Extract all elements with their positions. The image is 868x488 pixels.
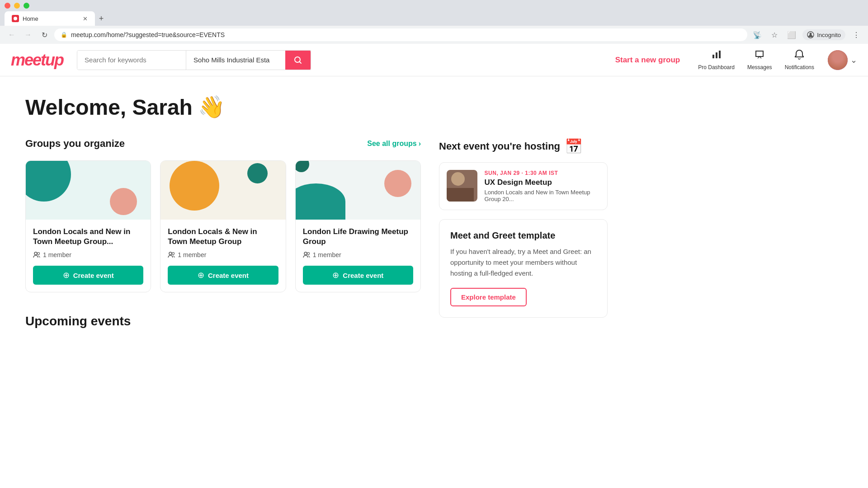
group-artwork-3 [296, 161, 420, 220]
nav-icons: Pro Dashboard Messages [698, 49, 814, 70]
see-all-groups-link[interactable]: See all groups › [367, 140, 421, 148]
cast-btn[interactable]: 📡 [751, 28, 764, 41]
event-thumbnail [447, 170, 477, 202]
plus-icon-2: ⊕ [198, 270, 204, 280]
close-window-btn[interactable] [5, 3, 10, 9]
new-tab-btn[interactable]: + [95, 12, 108, 25]
url-display: meetup.com/home/?suggested=true&source=E… [71, 31, 225, 38]
members-icon [33, 251, 40, 258]
group-name-3: London Life Drawing Meetup Group [303, 227, 413, 247]
search-button[interactable] [285, 50, 311, 70]
messages-icon [754, 49, 765, 63]
calendar-clock-icon: 📅 [565, 138, 583, 155]
event-name: UX Design Meetup [485, 178, 600, 187]
active-tab[interactable]: Home ✕ [5, 11, 95, 26]
group-artwork-2 [160, 161, 285, 220]
members-icon-3 [303, 251, 310, 258]
titlebar [0, 0, 868, 11]
lock-icon: 🔒 [61, 32, 67, 38]
avatar [828, 50, 848, 70]
art3-extra [296, 161, 309, 172]
svg-point-12 [307, 253, 309, 255]
page: meetup Start a new group [0, 44, 868, 347]
address-bar[interactable]: 🔒 meetup.com/home/?suggested=true&source… [54, 28, 747, 41]
messages-label: Messages [747, 64, 772, 70]
chevron-down-icon: ⌄ [850, 55, 857, 65]
groups-section-title: Groups you organize [25, 138, 125, 150]
chevron-right-icon: › [419, 140, 421, 148]
svg-point-2 [810, 33, 812, 35]
location-input[interactable] [186, 51, 285, 70]
group-members-1: 1 member [33, 251, 143, 258]
maximize-window-btn[interactable] [24, 3, 29, 9]
svg-point-7 [34, 252, 37, 255]
svg-rect-6 [719, 51, 721, 58]
messages-btn[interactable]: Messages [747, 49, 772, 70]
group-card: London Locals and New in Town Meetup Gro… [25, 160, 151, 292]
event-card[interactable]: SUN, JAN 29 · 1:30 AM IST UX Design Meet… [439, 162, 608, 210]
group-members-3: 1 member [303, 251, 413, 258]
group-card-image-1 [26, 161, 151, 220]
group-name-2: London Locals & New in Town Meetup Group [168, 227, 278, 247]
refresh-btn[interactable]: ↻ [38, 28, 51, 41]
back-btn[interactable]: ← [5, 28, 18, 41]
navbar: meetup Start a new group [0, 44, 868, 76]
upcoming-section-title: Upcoming events [25, 314, 421, 328]
event-group: London Locals and New in Town Meetup Gro… [485, 189, 600, 202]
create-event-btn-1[interactable]: ⊕ Create event [33, 266, 143, 285]
avatar-face [828, 50, 848, 70]
group-card-body-3: London Life Drawing Meetup Group 1 membe… [296, 220, 420, 292]
incognito-btn[interactable]: Incognito [802, 29, 845, 40]
welcome-heading: Welcome, Sarah 👋 [25, 94, 608, 120]
svg-rect-4 [712, 55, 714, 58]
event-info: SUN, JAN 29 · 1:30 AM IST UX Design Meet… [485, 170, 600, 202]
pro-dashboard-label: Pro Dashboard [698, 64, 735, 70]
start-new-group-link[interactable]: Start a new group [615, 56, 680, 65]
svg-rect-5 [716, 52, 717, 58]
browser-controls: ← → ↻ 🔒 meetup.com/home/?suggested=true&… [0, 26, 868, 44]
browser-window: Home ✕ + ← → ↻ 🔒 meetup.com/home/?sugges… [0, 0, 868, 44]
main-content: Welcome, Sarah 👋 Groups you organize See… [0, 76, 633, 347]
bookmark-btn[interactable]: ☆ [768, 28, 781, 41]
groups-grid: London Locals and New in Town Meetup Gro… [25, 160, 421, 292]
group-members-2: 1 member [168, 251, 278, 258]
group-card-body-2: London Locals & New in Town Meetup Group… [160, 220, 285, 292]
svg-point-9 [169, 252, 172, 255]
window-btn[interactable]: ⬜ [785, 28, 798, 41]
upcoming-section: Upcoming events [25, 314, 421, 328]
search-bar [77, 50, 311, 70]
incognito-label: Incognito [817, 32, 841, 38]
notifications-btn[interactable]: Notifications [785, 49, 814, 70]
svg-point-10 [172, 253, 175, 255]
forward-btn[interactable]: → [22, 28, 34, 41]
group-card-image-3 [296, 161, 420, 220]
create-event-btn-3[interactable]: ⊕ Create event [303, 266, 413, 285]
browser-actions: 📡 ☆ ⬜ Incognito ⋮ [751, 28, 863, 41]
next-event-section: Next event you're hosting 📅 SUN, JAN 29 … [439, 138, 608, 210]
tab-close-btn[interactable]: ✕ [83, 15, 88, 22]
members-icon-2 [168, 251, 175, 258]
meet-greet-title: Meet and Greet template [450, 230, 596, 241]
tab-title: Home [23, 15, 38, 22]
group-card-2: London Locals & New in Town Meetup Group… [160, 160, 286, 292]
plus-icon-1: ⊕ [63, 270, 70, 280]
explore-template-btn[interactable]: Explore template [450, 288, 527, 306]
group-artwork-1 [26, 161, 151, 220]
menu-btn[interactable]: ⋮ [850, 28, 863, 41]
avatar-wrapper[interactable]: ⌄ [828, 50, 857, 70]
meet-greet-description: If you haven't already, try a Meet and G… [450, 246, 596, 279]
groups-section-header: Groups you organize See all groups › [25, 138, 421, 150]
group-card-3: London Life Drawing Meetup Group 1 membe… [295, 160, 421, 292]
content-grid: Groups you organize See all groups › Lon… [25, 138, 608, 328]
tab-bar: Home ✕ + [0, 11, 868, 26]
logo[interactable]: meetup [11, 51, 63, 70]
group-card-image-2 [160, 161, 285, 220]
group-name-1: London Locals and New in Town Meetup Gro… [33, 227, 143, 247]
search-input[interactable] [77, 51, 186, 70]
meet-greet-card: Meet and Greet template If you haven't a… [439, 219, 608, 318]
pro-dashboard-btn[interactable]: Pro Dashboard [698, 49, 735, 70]
create-event-btn-2[interactable]: ⊕ Create event [168, 266, 278, 285]
event-date: SUN, JAN 29 · 1:30 AM IST [485, 170, 600, 176]
minimize-window-btn[interactable] [14, 3, 20, 9]
svg-point-0 [14, 17, 17, 20]
